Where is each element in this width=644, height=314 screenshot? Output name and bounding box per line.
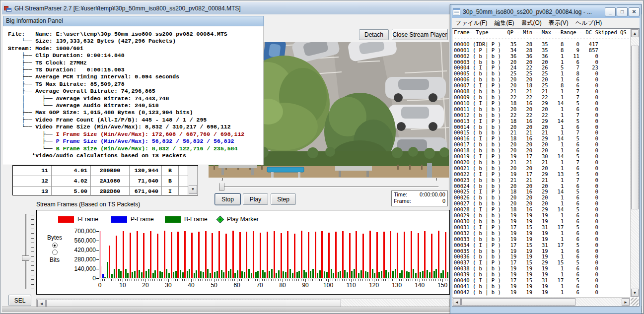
stop-button[interactable]: Stop — [215, 193, 240, 205]
menu-item[interactable]: ファイル(F) — [452, 19, 491, 27]
i-frame-bar — [260, 233, 261, 278]
info-line-prefix — [8, 152, 32, 159]
step-button[interactable]: Step — [271, 193, 296, 205]
b-frame-bar — [415, 273, 417, 278]
stream-info-tree: File: Name: E:\user\temp\30p_50mm_iso800… — [3, 26, 263, 159]
x-minor-tick — [433, 279, 434, 281]
vscroll-thumb[interactable] — [631, 46, 639, 209]
scroll-left-button[interactable]: ◄ — [453, 298, 461, 306]
table-cell: 13 — [13, 187, 52, 195]
x-minor-tick — [381, 279, 381, 281]
x-minor-tick — [177, 279, 178, 281]
scroll-right-button[interactable]: ► — [622, 298, 630, 306]
scroll-up-button[interactable]: ▲ — [631, 29, 639, 37]
detach-button[interactable]: Detach — [359, 29, 389, 40]
info-line-text: TS Max Bitrate: 85,509,278 — [35, 81, 124, 87]
notepad-window: 30p_50mm_iso800_ss200_pv082_00084.log - … — [450, 4, 642, 314]
b-frame-bar — [207, 269, 209, 278]
log-text[interactable]: Frame--Type QP---Min---Max---Range---DC … — [452, 29, 630, 297]
b-frame-bar — [310, 271, 311, 278]
b-frame-bar — [285, 272, 286, 278]
x-minor-tick — [438, 279, 438, 281]
x-minor-tick — [413, 279, 413, 281]
sel-button[interactable]: SEL — [8, 295, 31, 306]
b-frame-bar — [317, 273, 318, 278]
zoom-tick — [31, 224, 34, 225]
i-frame-bar — [431, 234, 432, 278]
close-button[interactable]: ✕ — [629, 7, 640, 16]
x-minor-tick — [239, 279, 240, 281]
play-button[interactable]: Play — [243, 193, 268, 205]
stream-frames-chart: I-FrameP-FrameB-FramePlay Marker Bytes B… — [36, 210, 450, 295]
b-frame-bar — [289, 269, 291, 278]
zoom-trackbar-thumb[interactable] — [22, 255, 31, 261]
p-frame-bar — [102, 274, 104, 278]
scroll-down-button[interactable]: ▼ — [189, 185, 197, 194]
info-line-prefix: ├── — [8, 88, 35, 94]
hscroll-thumb[interactable] — [46, 300, 341, 307]
zoom-trackbar-track[interactable] — [25, 214, 27, 289]
x-minor-tick — [356, 279, 356, 281]
notepad-titlebar[interactable]: 30p_50mm_iso800_ss200_pv082_00084.log - … — [452, 5, 640, 18]
menu-item[interactable]: 表示(V) — [545, 19, 572, 27]
x-minor-tick — [200, 279, 201, 281]
info-line: ├── Average Overall Bitrate: 74,296,865 — [8, 88, 263, 95]
close-stream-player-button[interactable]: Close Stream Player — [392, 29, 448, 40]
frame-table-scrollbar[interactable]: ▼ — [188, 166, 198, 195]
b-frame-bar — [338, 272, 339, 278]
scroll-down-button[interactable]: ▼ — [631, 289, 639, 297]
minimize-button[interactable]: _ — [605, 7, 616, 16]
hscroll-thumb[interactable] — [461, 298, 575, 306]
info-line: ├── I Frame Size (Min/Ave/Max): 172,608 … — [8, 131, 263, 138]
seek-thumb[interactable] — [219, 181, 224, 190]
b-frame-bar — [312, 269, 314, 278]
table-row[interactable]: 124.022A108071,040B — [13, 176, 198, 187]
info-line: └── Size: 139,333,632 Bytes (427,296 Pac… — [8, 38, 263, 45]
y-tick-label: 0 — [67, 275, 96, 282]
table-row[interactable]: 114.01280B00130,944B — [13, 166, 198, 176]
seek-track[interactable] — [220, 186, 439, 188]
bytes-radio[interactable] — [52, 243, 58, 248]
menu-item[interactable]: 書式(O) — [517, 19, 545, 27]
notepad-hscrollbar[interactable]: ◄ ► — [452, 297, 630, 306]
x-minor-tick — [324, 279, 324, 281]
i-frame-bar — [308, 232, 309, 278]
table-cell: 4.02 — [52, 176, 91, 186]
table-row[interactable]: 135.002B2D80671,040I — [13, 187, 198, 195]
b-frame-bar — [237, 270, 238, 278]
b-frame-bar — [107, 262, 108, 278]
resize-grip[interactable] — [631, 298, 639, 306]
info-line-text: Size: 139,333,632 Bytes (427,296 Packets… — [35, 38, 176, 44]
bits-radio[interactable] — [52, 250, 58, 255]
x-minor-tick — [383, 279, 384, 281]
x-minor-tick — [104, 279, 105, 281]
notepad-vscrollbar[interactable]: ▲ ▼ — [630, 29, 639, 297]
b-frame-bar — [141, 272, 143, 278]
x-minor-tick — [102, 279, 103, 281]
i-frame-bar — [281, 233, 282, 278]
b-frame-swatch — [165, 216, 181, 223]
x-tick-label: 110 — [343, 282, 359, 289]
x-minor-tick — [360, 279, 361, 281]
x-minor-tick — [406, 279, 407, 281]
play-marker-icon — [216, 215, 224, 223]
b-frame-bar — [216, 271, 218, 278]
b-frame-bar — [210, 273, 211, 278]
b-frame-bar — [360, 270, 362, 278]
x-minor-tick — [141, 279, 142, 281]
scroll-left-button[interactable]: ◄ — [37, 300, 46, 307]
i-frame-bar — [164, 231, 165, 278]
b-frame-bar — [244, 272, 245, 278]
i-frame-bar — [191, 233, 193, 278]
menu-item[interactable]: ヘルプ(H) — [572, 19, 606, 27]
maximize-button[interactable]: □ — [617, 7, 628, 16]
b-frame-bar — [351, 271, 353, 278]
info-line-text: I Frame Size (Min/Ave/Max): 172,608 / 68… — [56, 131, 245, 137]
i-frame-bar — [411, 231, 412, 278]
x-minor-tick — [321, 279, 322, 281]
x-minor-tick — [157, 279, 157, 281]
menu-item[interactable]: 編集(E) — [491, 19, 517, 27]
b-frame-bar — [180, 270, 181, 278]
i-frame-bar — [287, 231, 288, 278]
b-frame-bar — [413, 269, 414, 278]
